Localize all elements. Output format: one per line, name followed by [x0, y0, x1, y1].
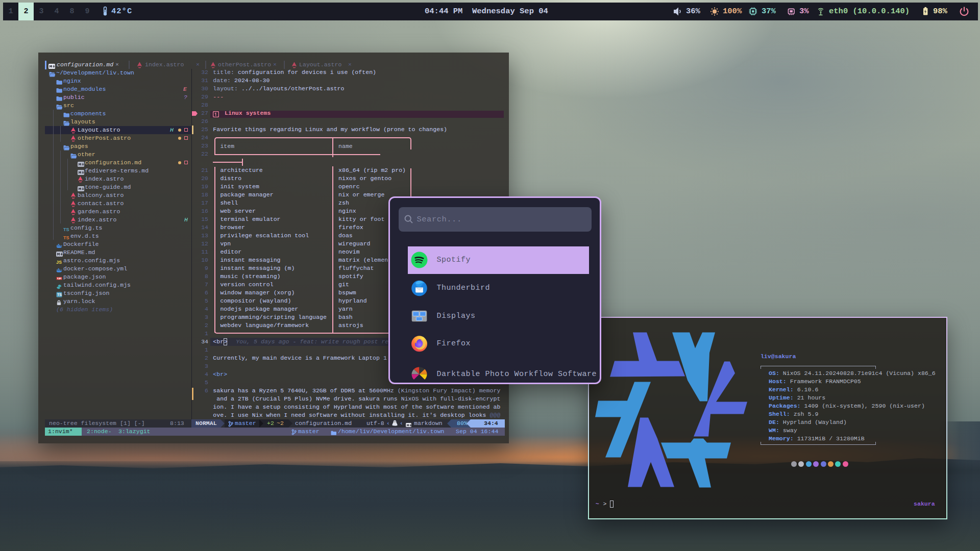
svg-text:TS: TS [63, 235, 69, 240]
svg-text:TS: TS [57, 293, 62, 296]
svg-text:TS: TS [63, 227, 69, 232]
svg-text:JS: JS [56, 260, 62, 265]
